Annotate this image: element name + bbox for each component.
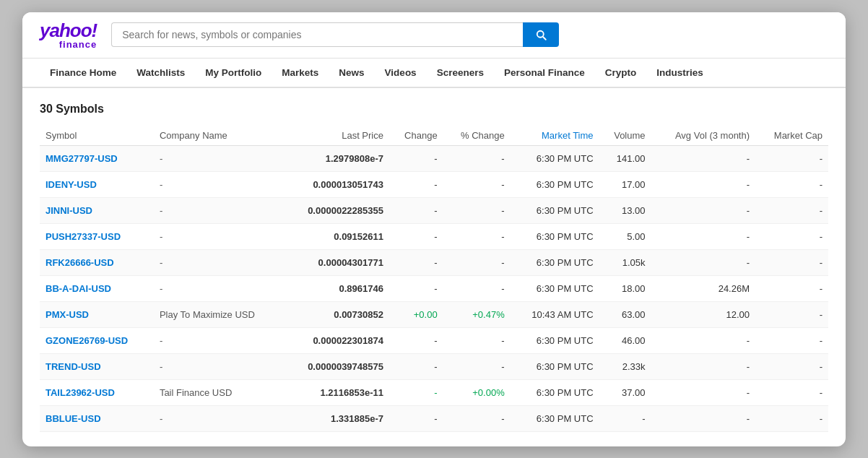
cell-pct-change: - (443, 197, 511, 223)
nav-markets[interactable]: Markets (272, 59, 329, 87)
nav-news[interactable]: News (329, 59, 374, 87)
cell-company: - (154, 171, 284, 197)
cell-last-price: 1.2116853e-11 (283, 379, 389, 405)
cell-avg-vol: - (651, 223, 755, 249)
symbols-table: Symbol Company Name Last Price Change % … (40, 126, 828, 432)
symbol-link[interactable]: IDENY-USD (45, 179, 97, 190)
main-window: yahoo! finance Finance Home Watchlists M… (22, 12, 846, 446)
cell-change: - (389, 379, 443, 405)
col-last-price: Last Price (283, 126, 389, 146)
cell-company: - (154, 197, 284, 223)
cell-last-price: 0.0000039748575 (283, 353, 389, 379)
symbol-link[interactable]: PUSH27337-USD (45, 231, 121, 242)
cell-market-cap: - (755, 171, 828, 197)
nav-industries[interactable]: Industries (646, 59, 713, 87)
nav-videos[interactable]: Videos (375, 59, 427, 87)
cell-company: Tail Finance USD (154, 379, 284, 405)
cell-change: - (389, 249, 443, 275)
cell-change: - (389, 197, 443, 223)
cell-market-cap: - (755, 379, 828, 405)
nav-screeners[interactable]: Screeners (427, 59, 494, 87)
symbol-link[interactable]: MMG27797-USD (45, 153, 118, 164)
symbol-link[interactable]: GZONE26769-USD (45, 335, 128, 346)
cell-company: Play To Maximize USD (154, 301, 284, 327)
cell-change: +0.00 (389, 301, 443, 327)
cell-company: - (154, 145, 284, 171)
cell-pct-change: - (443, 327, 511, 353)
cell-avg-vol: 24.26M (651, 275, 755, 301)
cell-symbol: JINNI-USD (40, 197, 154, 223)
table-row: JINNI-USD - 0.0000022285355 - - 6:30 PM … (40, 197, 828, 223)
nav-watchlists[interactable]: Watchlists (126, 59, 195, 87)
cell-last-price: 1.2979808e-7 (283, 145, 389, 171)
cell-pct-change: - (443, 249, 511, 275)
cell-pct-change: +0.47% (443, 301, 511, 327)
nav-my-portfolio[interactable]: My Portfolio (195, 59, 272, 87)
nav-crypto[interactable]: Crypto (595, 59, 647, 87)
cell-market-cap: - (755, 223, 828, 249)
symbol-link[interactable]: BB-A-DAI-USD (45, 283, 111, 294)
cell-volume: 63.00 (599, 301, 651, 327)
cell-volume: - (599, 405, 651, 431)
table-row: TAIL23962-USD Tail Finance USD 1.2116853… (40, 379, 828, 405)
cell-change: - (389, 223, 443, 249)
symbol-link[interactable]: TAIL23962-USD (45, 387, 115, 398)
cell-volume: 46.00 (599, 327, 651, 353)
cell-symbol: IDENY-USD (40, 171, 154, 197)
cell-symbol: BBLUE-USD (40, 405, 154, 431)
cell-company: - (154, 405, 284, 431)
cell-avg-vol: - (651, 327, 755, 353)
content: 30 Symbols Symbol Company Name Last Pric… (22, 88, 846, 446)
cell-symbol: TAIL23962-USD (40, 379, 154, 405)
cell-avg-vol: 12.00 (651, 301, 755, 327)
cell-avg-vol: - (651, 353, 755, 379)
cell-symbol: PMX-USD (40, 301, 154, 327)
cell-volume: 37.00 (599, 379, 651, 405)
cell-market-time: 10:43 AM UTC (511, 301, 599, 327)
symbol-link[interactable]: JINNI-USD (45, 205, 92, 216)
cell-company: - (154, 223, 284, 249)
symbol-link[interactable]: PMX-USD (45, 309, 89, 320)
search-input[interactable] (111, 22, 523, 47)
nav-personal-finance[interactable]: Personal Finance (494, 59, 595, 87)
cell-market-time: 6:30 PM UTC (511, 327, 599, 353)
cell-symbol: PUSH27337-USD (40, 223, 154, 249)
table-row: GZONE26769-USD - 0.000022301874 - - 6:30… (40, 327, 828, 353)
cell-market-cap: - (755, 301, 828, 327)
cell-market-cap: - (755, 327, 828, 353)
cell-market-time: 6:30 PM UTC (511, 405, 599, 431)
cell-market-time: 6:30 PM UTC (511, 171, 599, 197)
nav: Finance Home Watchlists My Portfolio Mar… (22, 59, 846, 88)
table-row: BBLUE-USD - 1.331885e-7 - - 6:30 PM UTC … (40, 405, 828, 431)
cell-company: - (154, 353, 284, 379)
cell-market-cap: - (755, 275, 828, 301)
cell-symbol: RFK26666-USD (40, 249, 154, 275)
col-avg-vol: Avg Vol (3 month) (651, 126, 755, 146)
nav-finance-home[interactable]: Finance Home (40, 59, 126, 87)
cell-last-price: 0.00730852 (283, 301, 389, 327)
cell-change: - (389, 327, 443, 353)
col-change: Change (389, 126, 443, 146)
cell-volume: 18.00 (599, 275, 651, 301)
cell-last-price: 1.331885e-7 (283, 405, 389, 431)
cell-market-time: 6:30 PM UTC (511, 197, 599, 223)
symbol-link[interactable]: BBLUE-USD (45, 413, 101, 424)
table-row: PMX-USD Play To Maximize USD 0.00730852 … (40, 301, 828, 327)
cell-pct-change: - (443, 171, 511, 197)
cell-pct-change: +0.00% (443, 379, 511, 405)
cell-change: - (389, 405, 443, 431)
cell-market-cap: - (755, 145, 828, 171)
symbol-link[interactable]: TREND-USD (45, 361, 101, 372)
cell-pct-change: - (443, 405, 511, 431)
cell-change: - (389, 353, 443, 379)
cell-last-price: 0.000022301874 (283, 327, 389, 353)
cell-market-cap: - (755, 353, 828, 379)
cell-volume: 2.33k (599, 353, 651, 379)
cell-pct-change: - (443, 145, 511, 171)
symbol-link[interactable]: RFK26666-USD (45, 257, 114, 268)
cell-last-price: 0.000013051743 (283, 171, 389, 197)
symbols-count: 30 Symbols (40, 103, 828, 116)
search-button[interactable] (523, 22, 559, 47)
cell-avg-vol: - (651, 379, 755, 405)
cell-pct-change: - (443, 353, 511, 379)
